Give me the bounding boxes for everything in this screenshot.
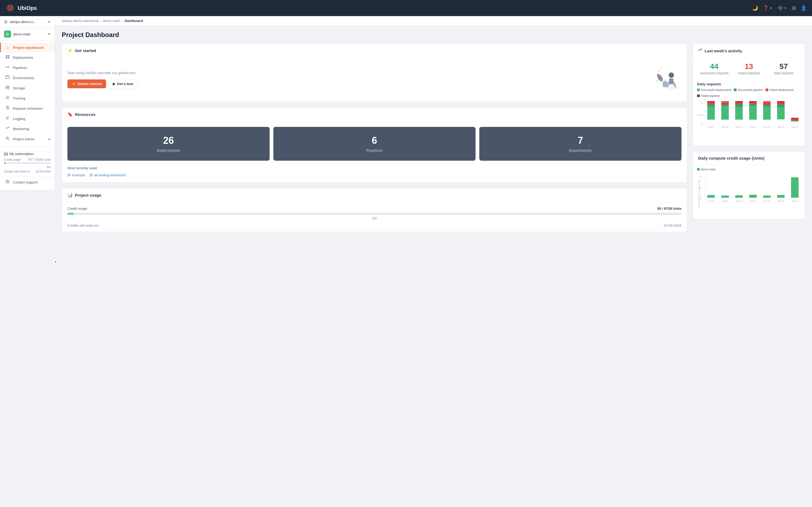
bar-aug30-fail-pip <box>749 101 757 102</box>
svg-text:Aug 27: Aug 27 <box>708 200 715 202</box>
svg-text:Aug 30: Aug 30 <box>750 126 756 128</box>
project-usage-card: 📊 Project usage Credit usage 50 / 9729 U… <box>62 188 687 232</box>
plus-icon[interactable]: ➕ ▼ <box>777 5 787 11</box>
bar-aug31-succ-dep <box>763 106 771 120</box>
main-layout: ⊞ ubiops-demo-u... ▼ D demo-main ▼ ⌂ Pro… <box>0 16 812 507</box>
deployments-count: 26 <box>163 135 174 146</box>
bar-aug31-fail-dep <box>763 102 771 105</box>
contact-support-link[interactable]: Contact support <box>0 177 55 187</box>
legend-fail-dep: Failed deployment <box>766 88 794 92</box>
usage-pct: 1% <box>67 217 681 220</box>
activity-header: Last week's activity <box>693 44 805 58</box>
training-icon <box>5 96 10 101</box>
get-a-tour-button[interactable]: ▶ Get a tour <box>108 79 138 89</box>
contact-support-label: Contact support <box>13 180 51 184</box>
activity-title: Last week's activity <box>705 49 742 53</box>
recent-link-example[interactable]: ⊞ example <box>67 173 85 177</box>
environments-icon <box>5 75 10 80</box>
resource-pipelines[interactable]: 6 Pipelines <box>273 127 475 161</box>
bar-aug29-fail-dep <box>735 102 743 104</box>
legend-dot-succ-dep <box>697 89 700 91</box>
org-chevron-icon: ▼ <box>48 20 51 24</box>
org-selector[interactable]: ⊞ ubiops-demo-u... ▼ <box>0 16 55 28</box>
pipelines-icon <box>5 65 10 70</box>
sidebar-item-environments[interactable]: Environments <box>0 73 55 83</box>
sidebar-nav: ⌂ Project dashboard Deployments Pipeline… <box>0 41 55 146</box>
legend-dot-fail-dep <box>766 89 768 91</box>
experiments-label: Experiments <box>569 148 592 153</box>
project-usage-title: Project usage <box>75 193 101 198</box>
storage-icon <box>5 85 10 91</box>
nav-label-environments: Environments <box>13 76 51 80</box>
activity-card: Last week's activity 44 Successful reque… <box>693 44 805 146</box>
legend-succ-dep: Successful deployment <box>697 88 731 92</box>
usage-reset-row: Credits will reset on: 23-09-2024 <box>67 223 681 227</box>
bar-aug28-fail-dep <box>721 102 729 105</box>
org-grid-icon: ⊞ <box>4 19 7 24</box>
svg-text:Aug 29: Aug 29 <box>735 126 743 128</box>
resource-deployments[interactable]: 26 Deployments <box>67 127 269 161</box>
sidebar-item-training[interactable]: Training <box>0 93 55 103</box>
breadcrumb: ubiops-demo-ubinternal › demo-main › Das… <box>55 16 812 26</box>
legend-dot-fail-pip <box>697 95 700 97</box>
sidebar-item-request-schedules[interactable]: Request schedules <box>0 103 55 113</box>
recent-link-ab-testing[interactable]: ⊞ ab-testing-advanced <box>89 173 126 177</box>
project-avatar: D <box>4 31 11 38</box>
user-icon[interactable]: 👤 <box>801 5 807 11</box>
activity-icon <box>698 48 702 53</box>
bar-aug30-fail-dep <box>749 102 757 104</box>
sidebar-item-project-dashboard[interactable]: ⌂ Project dashboard <box>0 43 55 52</box>
admin-icon <box>5 136 10 142</box>
sidebar-item-monitoring[interactable]: Monitoring <box>0 124 55 134</box>
sidebar-item-pipelines[interactable]: Pipelines <box>0 62 55 73</box>
successful-label: Successful requests <box>700 71 728 75</box>
bookmark-icon: 🔖 <box>67 112 73 117</box>
compute-bar-aug30 <box>749 195 757 198</box>
svg-text:Requests: Requests <box>697 114 705 116</box>
theme-toggle-icon[interactable]: 🌙 <box>752 5 758 11</box>
deployments-label: Deployments <box>157 148 181 153</box>
get-started-card: ⚡ Get started Start using UbiOps and tak… <box>62 44 687 102</box>
btn-lightning-icon: ⚡ <box>72 82 76 86</box>
svg-point-29 <box>658 70 659 72</box>
support-icon <box>5 179 10 185</box>
requests-bar-chart-svg: 6 0 <box>697 100 801 140</box>
total-count: 57 <box>779 62 788 71</box>
svg-point-30 <box>661 68 662 69</box>
help-icon[interactable]: ❓ ▼ <box>763 5 772 11</box>
nav-label-training: Training <box>13 96 51 100</box>
activity-stats: 44 Successful requests 13 Failed request… <box>693 58 805 79</box>
svg-line-34 <box>656 80 657 82</box>
sidebar-collapse-button[interactable]: ◀ <box>52 259 58 265</box>
breadcrumb-org[interactable]: ubiops-demo-ubinternal <box>62 19 99 23</box>
legend-fail-pip: Failed pipeline <box>697 94 720 97</box>
layout-icon[interactable]: ⊞ <box>792 5 796 11</box>
sidebar-item-storage[interactable]: Storage <box>0 83 55 93</box>
sidebar: ⊞ ubiops-demo-u... ▼ D demo-main ▼ ⌂ Pro… <box>0 16 55 190</box>
sidebar-item-logging[interactable]: Logging <box>0 113 55 124</box>
project-selector[interactable]: D demo-main ▼ <box>0 28 55 41</box>
credit-pct-label: 3% <box>4 166 51 169</box>
resources-card: 🔖 Resources 26 Deployments 6 Pipelines <box>62 107 687 183</box>
svg-text:Compute credit usage (Units): Compute credit usage (Units) <box>698 180 700 208</box>
svg-text:8: 8 <box>700 175 701 178</box>
svg-point-18 <box>669 72 674 78</box>
svg-text:0: 0 <box>701 122 702 125</box>
pipelines-count: 6 <box>372 135 377 146</box>
resource-experiments[interactable]: 7 Experiments <box>479 127 681 161</box>
compute-bar-sep01 <box>777 195 784 198</box>
svg-point-6 <box>8 66 9 68</box>
breadcrumb-current: Dashboard <box>124 19 143 23</box>
resources-title: Resources <box>75 112 96 117</box>
svg-rect-2 <box>8 55 9 57</box>
sidebar-item-project-admin[interactable]: Project Admin ▶ <box>0 134 55 144</box>
starter-tutorial-button[interactable]: ⚡ Starter tutorial <box>67 79 106 88</box>
daily-requests-title: Daily requests <box>697 82 801 86</box>
sidebar-item-deployments[interactable]: Deployments <box>0 52 55 62</box>
compute-usage-card: Daily compute credit usage (Units) demo-… <box>693 151 805 219</box>
svg-rect-8 <box>6 76 9 78</box>
breadcrumb-project[interactable]: demo-main <box>103 19 120 23</box>
nav-label-dashboard: Project dashboard <box>13 46 51 50</box>
credit-bar-fill <box>4 162 5 164</box>
subscription-title: My subscription <box>4 152 51 156</box>
